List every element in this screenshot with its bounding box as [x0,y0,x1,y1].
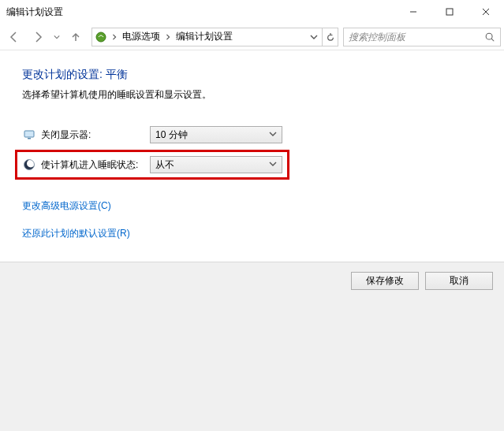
page-subtext: 选择希望计算机使用的睡眠设置和显示设置。 [22,88,482,102]
restore-defaults-link[interactable]: 还原此计划的默认设置(R) [22,227,130,240]
maximize-button[interactable] [431,0,468,24]
chevron-right-icon[interactable] [163,34,173,40]
svg-point-6 [27,160,35,168]
back-button[interactable] [3,26,25,48]
svg-rect-4 [28,138,31,139]
cancel-button[interactable]: 取消 [425,272,493,290]
save-button[interactable]: 保存修改 [351,272,419,290]
svg-rect-3 [24,131,34,137]
breadcrumb-power-options[interactable]: 电源选项 [119,28,163,46]
chevron-down-icon [269,129,277,140]
cancel-button-label: 取消 [450,274,469,288]
svg-point-1 [96,32,106,42]
svg-rect-0 [446,9,453,15]
forward-button[interactable] [27,26,49,48]
address-dropdown[interactable] [306,28,322,46]
refresh-button[interactable] [322,28,338,46]
monitor-icon [22,128,36,142]
control-panel-icon [92,31,110,43]
search-box[interactable] [343,28,501,46]
breadcrumb-edit-plan[interactable]: 编辑计划设置 [173,28,236,46]
svg-point-2 [486,33,492,39]
save-button-label: 保存修改 [366,274,404,288]
minimize-button[interactable] [395,0,431,24]
bottom-bar: 保存修改 取消 [0,262,504,431]
display-off-label: 关闭显示器: [41,128,91,142]
sleep-combo[interactable]: 从不 [150,156,282,173]
page-heading: 更改计划的设置: 平衡 [22,68,482,82]
chevron-down-icon [269,159,277,170]
close-button[interactable] [468,0,504,24]
search-input[interactable] [344,32,480,43]
search-icon[interactable] [480,28,500,46]
window-title: 编辑计划设置 [6,6,63,19]
chevron-right-icon[interactable] [110,34,119,40]
setting-display-off: 关闭显示器: 10 分钟 [22,124,482,146]
address-bar[interactable]: 电源选项 编辑计划设置 [91,28,338,46]
navbar: 电源选项 编辑计划设置 [0,24,504,50]
advanced-settings-link[interactable]: 更改高级电源设置(C) [22,199,111,213]
sleep-value: 从不 [155,158,174,172]
sleep-label: 使计算机进入睡眠状态: [41,158,138,172]
content-area: 更改计划的设置: 平衡 选择希望计算机使用的睡眠设置和显示设置。 关闭显示器: … [0,50,504,255]
titlebar: 编辑计划设置 [0,0,504,24]
links-section: 更改高级电源设置(C) 还原此计划的默认设置(R) [22,199,482,255]
up-button[interactable] [65,26,87,48]
display-off-value: 10 分钟 [155,128,188,142]
history-dropdown[interactable] [50,26,63,48]
setting-sleep: 使计算机进入睡眠状态: 从不 [19,154,286,176]
display-off-combo[interactable]: 10 分钟 [150,126,282,143]
moon-icon [22,158,36,172]
